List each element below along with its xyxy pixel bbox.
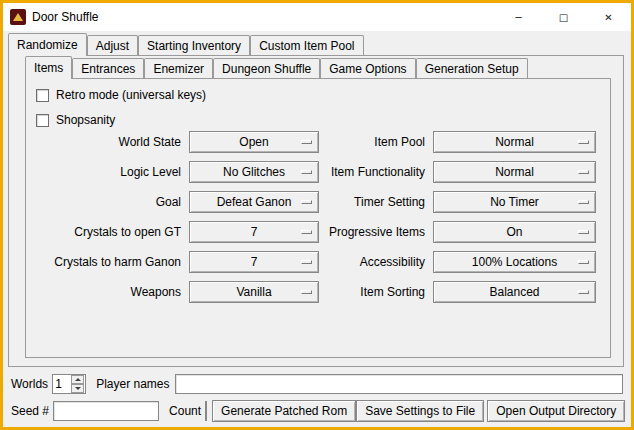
spin-up-button[interactable] bbox=[71, 375, 84, 384]
logic-level-dropdown[interactable]: No Glitches bbox=[189, 161, 319, 183]
tab-items[interactable]: Items bbox=[25, 56, 72, 79]
worlds-input[interactable] bbox=[53, 375, 71, 393]
dropdown-indicator-icon bbox=[301, 290, 312, 294]
spin-down-button[interactable] bbox=[71, 384, 84, 393]
main-tab-bar: Randomize Adjust Starting Inventory Cust… bbox=[8, 33, 364, 56]
window: Door Shuffle ─ □ ✕ Retro mode (universal… bbox=[0, 0, 634, 430]
item-sorting-dropdown[interactable]: Balanced bbox=[433, 281, 596, 303]
randomize-tab-pane: Retro mode (universal keys) Shopsanity W… bbox=[8, 55, 624, 367]
item-pool-dropdown[interactable]: Normal bbox=[433, 131, 596, 153]
checkbox-label: Retro mode (universal keys) bbox=[56, 88, 206, 102]
crystals-harm-ganon-dropdown[interactable]: 7 bbox=[189, 251, 319, 273]
dropdown-indicator-icon bbox=[578, 230, 589, 234]
tab-adjust[interactable]: Adjust bbox=[87, 35, 138, 55]
tab-game-options[interactable]: Game Options bbox=[320, 58, 415, 78]
tab-label: Custom Item Pool bbox=[259, 39, 354, 53]
timer-setting-label: Timer Setting bbox=[324, 195, 428, 209]
spin-arrows bbox=[71, 375, 84, 393]
open-output-directory-button[interactable]: Open Output Directory bbox=[487, 400, 625, 422]
item-functionality-label: Item Functionality bbox=[324, 165, 428, 179]
tab-generation-setup[interactable]: Generation Setup bbox=[416, 58, 528, 78]
generate-patched-rom-button[interactable]: Generate Patched Rom bbox=[212, 400, 356, 422]
world-state-label: World State bbox=[32, 135, 184, 149]
tab-label: Adjust bbox=[96, 39, 129, 53]
dropdown-value: Balanced bbox=[489, 285, 539, 299]
count-spinbox[interactable] bbox=[205, 401, 207, 421]
crystals-harm-ganon-label: Crystals to harm Ganon bbox=[32, 255, 184, 269]
tab-label: Game Options bbox=[329, 62, 406, 76]
minimize-icon: ─ bbox=[515, 12, 521, 23]
checkbox-icon bbox=[36, 114, 49, 127]
dropdown-value: 7 bbox=[251, 225, 258, 239]
dropdown-value: 100% Locations bbox=[472, 255, 557, 269]
dropdown-indicator-icon bbox=[301, 170, 312, 174]
footer-row-worlds: Worlds Player names bbox=[11, 374, 623, 394]
dropdown-indicator-icon bbox=[578, 140, 589, 144]
seed-input[interactable] bbox=[53, 401, 159, 421]
app-icon bbox=[10, 9, 26, 25]
titlebar[interactable]: Door Shuffle ─ □ ✕ bbox=[3, 3, 631, 31]
dropdown-indicator-icon bbox=[578, 290, 589, 294]
count-label: Count bbox=[169, 404, 201, 418]
arrow-down-icon bbox=[75, 387, 81, 390]
tab-label: Starting Inventory bbox=[147, 39, 241, 53]
timer-setting-dropdown[interactable]: No Timer bbox=[433, 191, 596, 213]
weapons-label: Weapons bbox=[32, 285, 184, 299]
tab-enemizer[interactable]: Enemizer bbox=[144, 58, 213, 78]
checkbox-icon bbox=[36, 89, 49, 102]
tab-custom-item-pool[interactable]: Custom Item Pool bbox=[250, 35, 363, 55]
tab-randomize[interactable]: Randomize bbox=[8, 33, 87, 56]
tab-label: Enemizer bbox=[153, 62, 204, 76]
maximize-icon: □ bbox=[559, 12, 568, 23]
dropdown-indicator-icon bbox=[301, 230, 312, 234]
client-area: Retro mode (universal keys) Shopsanity W… bbox=[3, 31, 631, 427]
arrow-up-icon bbox=[75, 378, 81, 381]
tab-label: Randomize bbox=[17, 38, 78, 52]
progressive-items-label: Progressive Items bbox=[324, 225, 428, 239]
accessibility-dropdown[interactable]: 100% Locations bbox=[433, 251, 596, 273]
dropdown-value: No Timer bbox=[490, 195, 539, 209]
accessibility-label: Accessibility bbox=[324, 255, 428, 269]
close-icon: ✕ bbox=[604, 12, 612, 23]
dropdown-indicator-icon bbox=[578, 260, 589, 264]
count-input[interactable] bbox=[206, 402, 207, 420]
tab-entrances[interactable]: Entrances bbox=[72, 58, 144, 78]
checkbox-retro-mode[interactable]: Retro mode (universal keys) bbox=[36, 87, 206, 103]
tab-dungeon-shuffle[interactable]: Dungeon Shuffle bbox=[213, 58, 320, 78]
item-sorting-label: Item Sorting bbox=[324, 285, 428, 299]
dropdown-indicator-icon bbox=[578, 170, 589, 174]
checkbox-shopsanity[interactable]: Shopsanity bbox=[36, 112, 115, 128]
dropdown-value: Normal bbox=[495, 135, 534, 149]
dropdown-value: No Glitches bbox=[223, 165, 285, 179]
save-settings-button[interactable]: Save Settings to File bbox=[356, 400, 484, 422]
player-names-input[interactable] bbox=[175, 374, 624, 394]
item-functionality-dropdown[interactable]: Normal bbox=[433, 161, 596, 183]
crystals-open-gt-label: Crystals to open GT bbox=[32, 225, 184, 239]
dropdown-value: Vanilla bbox=[236, 285, 271, 299]
goal-label: Goal bbox=[32, 195, 184, 209]
worlds-spinbox[interactable] bbox=[52, 374, 86, 394]
crystals-open-gt-dropdown[interactable]: 7 bbox=[189, 221, 319, 243]
weapons-dropdown[interactable]: Vanilla bbox=[189, 281, 319, 303]
seed-label: Seed # bbox=[11, 404, 49, 418]
dropdown-indicator-icon bbox=[301, 200, 312, 204]
dropdown-indicator-icon bbox=[301, 140, 312, 144]
tab-label: Dungeon Shuffle bbox=[222, 62, 311, 76]
progressive-items-dropdown[interactable]: On bbox=[433, 221, 596, 243]
dropdown-value: Defeat Ganon bbox=[217, 195, 292, 209]
world-state-dropdown[interactable]: Open bbox=[189, 131, 319, 153]
dropdown-value: Open bbox=[239, 135, 268, 149]
close-button[interactable]: ✕ bbox=[586, 3, 631, 31]
worlds-label: Worlds bbox=[11, 377, 48, 391]
footer-row-seed: Seed # Count Generate Patched Rom Save S… bbox=[11, 400, 623, 422]
player-names-label: Player names bbox=[96, 377, 169, 391]
dropdown-value: 7 bbox=[251, 255, 258, 269]
maximize-button[interactable]: □ bbox=[541, 3, 586, 31]
sub-tab-bar: Items Entrances Enemizer Dungeon Shuffle… bbox=[25, 56, 528, 79]
minimize-button[interactable]: ─ bbox=[496, 3, 541, 31]
tab-starting-inventory[interactable]: Starting Inventory bbox=[138, 35, 250, 55]
item-pool-label: Item Pool bbox=[324, 135, 428, 149]
options-grid: World State Open Item Pool Normal Logic … bbox=[32, 131, 596, 303]
goal-dropdown[interactable]: Defeat Ganon bbox=[189, 191, 319, 213]
dropdown-value: Normal bbox=[495, 165, 534, 179]
